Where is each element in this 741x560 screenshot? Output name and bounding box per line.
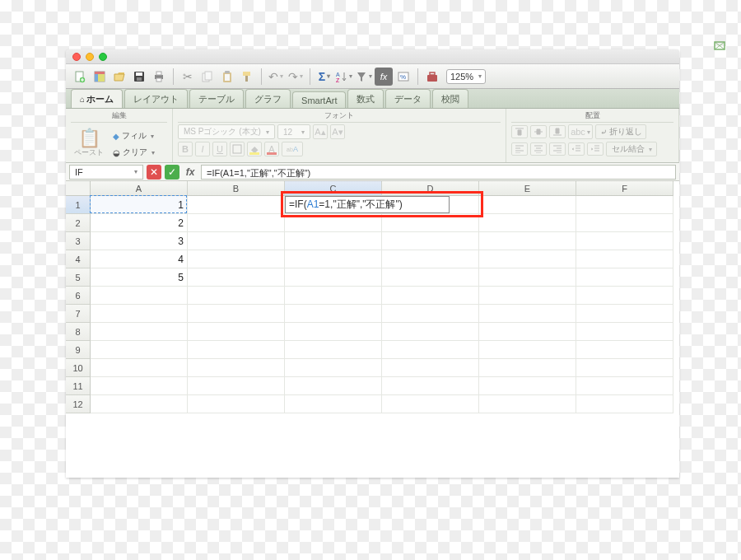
fx-icon[interactable]: fx — [183, 165, 198, 180]
tab-home[interactable]: ⌂ホーム — [71, 89, 123, 108]
cell[interactable] — [382, 268, 479, 287]
cell[interactable] — [576, 395, 673, 413]
row-header[interactable]: 1 — [66, 196, 91, 214]
col-header-c[interactable]: C — [285, 181, 382, 196]
cell[interactable] — [479, 214, 576, 232]
cell[interactable] — [285, 395, 382, 413]
cell[interactable] — [576, 250, 673, 268]
font-name-selector[interactable]: MS Pゴシック (本文)▾ — [178, 124, 275, 139]
template-icon[interactable] — [91, 68, 109, 86]
select-all-corner[interactable] — [66, 181, 91, 196]
cell[interactable] — [479, 377, 576, 395]
tab-tables[interactable]: テーブル — [189, 89, 244, 108]
cell[interactable] — [188, 287, 285, 305]
cell[interactable] — [479, 359, 576, 377]
row-header[interactable]: 8 — [66, 323, 91, 341]
cell[interactable] — [188, 196, 285, 214]
cell[interactable] — [479, 323, 576, 341]
col-header-a[interactable]: A — [91, 181, 188, 196]
cell[interactable] — [188, 395, 285, 413]
phonetic-button[interactable]: abA — [282, 142, 303, 156]
save-icon[interactable] — [130, 68, 148, 86]
merge-cells-button[interactable]: セル結合▾ — [606, 142, 657, 156]
cell[interactable]: 3 — [91, 232, 188, 250]
tab-smartart[interactable]: SmartArt — [292, 91, 346, 108]
cell[interactable] — [479, 341, 576, 359]
cell[interactable] — [188, 341, 285, 359]
cell[interactable] — [576, 323, 673, 341]
copy-icon[interactable] — [198, 68, 217, 86]
undo-icon[interactable]: ↶▾ — [267, 68, 285, 86]
font-color-button[interactable]: A — [264, 142, 279, 156]
formula-input[interactable]: =IF(A1=1,"正解","不正解") — [201, 165, 676, 180]
new-doc-icon[interactable] — [71, 68, 89, 86]
cell[interactable] — [91, 287, 188, 305]
cell[interactable] — [576, 287, 673, 305]
fill-button[interactable]: ◆フィル▾ — [110, 129, 158, 142]
row-header[interactable]: 7 — [66, 305, 91, 323]
cell[interactable] — [382, 287, 479, 305]
cell[interactable] — [479, 305, 576, 323]
cell[interactable] — [576, 305, 673, 323]
paste-icon[interactable] — [218, 68, 236, 86]
cell[interactable] — [382, 395, 479, 413]
cell-grid[interactable]: 1 2 3 4 5 =IF(A1=1,"正解","不正解") — [91, 196, 679, 478]
cell[interactable]: 4 — [91, 250, 188, 268]
tab-formulas[interactable]: 数式 — [347, 89, 384, 108]
tab-layout[interactable]: レイアウト — [124, 89, 188, 108]
confirm-button[interactable]: ✓ — [165, 165, 179, 180]
paste-button[interactable]: 📋 ペースト — [71, 124, 107, 162]
cell-edit-overlay[interactable]: =IF(A1=1,"正解","不正解") — [285, 196, 450, 213]
toolbox-icon[interactable] — [423, 68, 441, 86]
tab-review[interactable]: 校閲 — [432, 89, 468, 108]
ribbon-collapse-icon[interactable] — [713, 40, 729, 56]
cell[interactable] — [188, 323, 285, 341]
align-middle-icon[interactable] — [530, 125, 547, 138]
cell[interactable]: 5 — [91, 268, 188, 287]
increase-font-icon[interactable]: A▴ — [313, 124, 328, 139]
font-size-selector[interactable]: 12▾ — [277, 124, 310, 139]
cancel-button[interactable]: ✕ — [147, 165, 161, 180]
cell[interactable] — [479, 268, 576, 287]
cell[interactable] — [285, 232, 382, 250]
cell[interactable] — [188, 377, 285, 395]
cell[interactable] — [91, 341, 188, 359]
italic-button[interactable]: I — [195, 142, 210, 156]
cell[interactable] — [382, 341, 479, 359]
minimize-window-button[interactable] — [86, 53, 94, 61]
name-box[interactable]: IF ▾ — [69, 165, 143, 180]
cell[interactable] — [188, 214, 285, 232]
cell[interactable] — [285, 305, 382, 323]
cell[interactable] — [285, 214, 382, 232]
align-top-icon[interactable] — [511, 125, 528, 138]
col-header-d[interactable]: D — [382, 181, 479, 196]
align-bottom-icon[interactable] — [549, 125, 566, 138]
cell[interactable] — [479, 287, 576, 305]
cell[interactable] — [479, 250, 576, 268]
col-header-f[interactable]: F — [576, 181, 673, 196]
row-header[interactable]: 6 — [66, 287, 91, 305]
cell[interactable] — [576, 196, 673, 214]
increase-indent-icon[interactable] — [587, 142, 604, 156]
cut-icon[interactable]: ✂ — [179, 68, 197, 86]
cell[interactable] — [285, 287, 382, 305]
decrease-indent-icon[interactable] — [568, 142, 585, 156]
underline-button[interactable]: U — [212, 142, 227, 156]
cell[interactable] — [91, 359, 188, 377]
row-header[interactable]: 5 — [66, 268, 91, 287]
cell[interactable]: 1 — [91, 196, 188, 214]
zoom-selector[interactable]: 125%▾ — [446, 69, 486, 84]
open-icon[interactable] — [110, 68, 128, 86]
fill-color-button[interactable]: ◆ — [247, 142, 262, 156]
row-header[interactable]: 12 — [66, 395, 91, 413]
tab-charts[interactable]: グラフ — [245, 89, 291, 108]
cell[interactable] — [576, 214, 673, 232]
cell[interactable] — [382, 323, 479, 341]
align-right-icon[interactable] — [549, 142, 566, 156]
row-header[interactable]: 9 — [66, 341, 91, 359]
border-button[interactable] — [230, 142, 245, 156]
fx-button[interactable]: fx — [375, 68, 393, 86]
cell[interactable] — [188, 232, 285, 250]
row-header[interactable]: 11 — [66, 377, 91, 395]
row-header[interactable]: 10 — [66, 359, 91, 377]
